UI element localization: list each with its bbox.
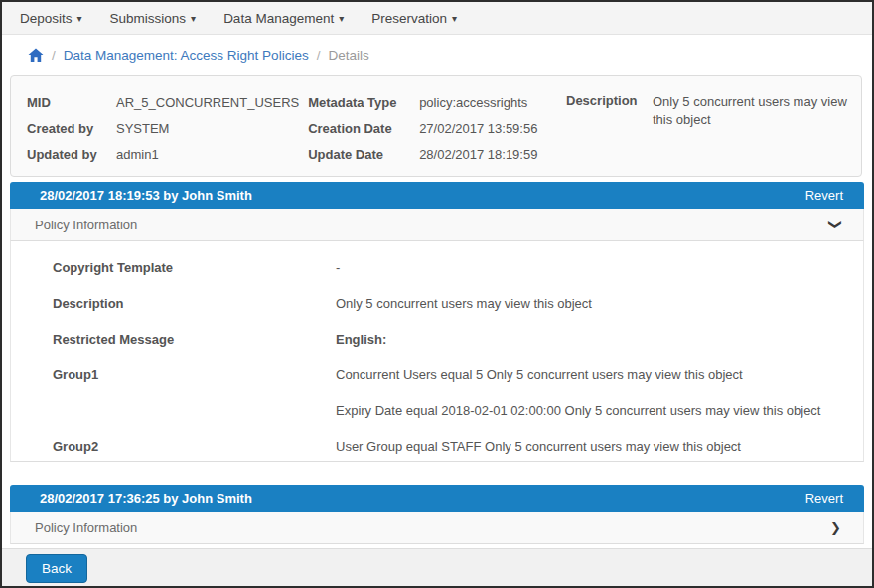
breadcrumb: / Data Management: Access Right Policies… [2,35,872,75]
meta-label: Updated by [27,147,116,162]
policy-label: Restricted Message [53,332,336,347]
policy-value: - [336,260,340,275]
chevron-down-icon [829,220,842,230]
policy-value: Concurrent Users equal 5 Only 5 concurre… [336,368,743,382]
home-icon[interactable] [28,48,44,63]
caret-down-icon [77,13,82,24]
version-title: 28/02/2017 18:19:53 by John Smith [40,188,252,203]
policy-label: Copyright Template [53,260,336,275]
policy-row-copyright-template: Copyright Template - [53,255,863,291]
breadcrumb-separator: / [52,48,56,63]
meta-label: Creation Date [308,121,419,136]
version-section-2: 28/02/2017 17:36:25 by John Smith Revert… [10,485,864,544]
meta-value: policy:accessrights [419,95,527,110]
breadcrumb-separator: / [317,48,321,63]
footer-bar: Back [2,548,872,586]
nav-data-management[interactable]: Data Management [223,11,344,26]
policy-row-group1-expiry: Expiry Date equal 2018-02-01 02:00:00 On… [53,398,863,434]
breadcrumb-link-access-right-policies[interactable]: Data Management: Access Right Policies [64,48,309,63]
metadata-column-2: Metadata Type policy:accessrights Creati… [308,89,566,176]
meta-value: 27/02/2017 13:59:56 [419,121,537,136]
breadcrumb-current: Details [328,48,368,63]
meta-value: admin1 [116,147,159,162]
meta-value: AR_5_CONCURRENT_USERS [116,95,299,110]
policy-information-content: Copyright Template - Description Only 5 … [10,241,864,462]
policy-row-group2: Group2 User Group equal STAFF Only 5 con… [53,434,863,470]
chevron-right-icon [830,521,841,534]
version-header-bar: 28/02/2017 18:19:53 by John Smith Revert [10,182,864,209]
policy-row-restricted-message: Restricted Message English: [53,327,863,363]
metadata-panel: MID AR_5_CONCURRENT_USERS Created by SYS… [10,75,862,177]
meta-row-update-date: Update Date 28/02/2017 18:19:59 [308,141,566,167]
nav-submissions-label: Submissions [110,11,187,26]
meta-row-created-by: Created by SYSTEM [27,115,308,141]
nav-deposits-label: Deposits [20,11,73,26]
top-navbar: Deposits Submissions Data Management Pre… [2,2,872,35]
version-section-1: 28/02/2017 18:19:53 by John Smith Revert… [10,182,864,462]
version-title: 28/02/2017 17:36:25 by John Smith [40,491,252,506]
nav-preservation-label: Preservation [371,11,447,26]
revert-button[interactable]: Revert [805,188,843,203]
policy-label: Group2 [53,439,336,454]
meta-value: 28/02/2017 18:19:59 [419,147,537,162]
policy-label: Group1 [53,368,336,382]
policy-label: Description [53,296,336,311]
meta-value: SYSTEM [116,121,169,136]
meta-row-description: Description Only 5 concurrent users may … [566,89,847,129]
meta-label: Metadata Type [308,95,419,110]
policy-value: User Group equal STAFF Only 5 concurrent… [336,439,741,454]
policy-information-label: Policy Information [35,520,137,535]
meta-label: Update Date [308,147,419,162]
policy-row-group1: Group1 Concurrent Users equal 5 Only 5 c… [53,363,863,398]
meta-row-updated-by: Updated by admin1 [27,141,308,167]
meta-value: Only 5 concurrent users may view this ob… [653,93,847,129]
policy-information-toggle[interactable]: Policy Information [10,209,864,241]
metadata-column-1: MID AR_5_CONCURRENT_USERS Created by SYS… [27,89,308,176]
policy-information-toggle[interactable]: Policy Information [10,512,864,544]
policy-row-description: Description Only 5 concurrent users may … [53,291,863,327]
caret-down-icon [452,13,457,24]
back-button[interactable]: Back [26,554,87,583]
meta-label: Description [566,93,653,108]
page: Deposits Submissions Data Management Pre… [0,0,874,588]
meta-row-creation-date: Creation Date 27/02/2017 13:59:56 [308,115,566,141]
caret-down-icon [339,13,344,24]
version-header-bar: 28/02/2017 17:36:25 by John Smith Revert [10,485,864,512]
nav-data-management-label: Data Management [223,11,334,26]
meta-label: Created by [27,121,116,136]
nav-preservation[interactable]: Preservation [371,11,457,26]
metadata-column-3: Description Only 5 concurrent users may … [566,89,847,176]
policy-information-label: Policy Information [35,218,137,232]
meta-row-metadata-type: Metadata Type policy:accessrights [308,89,566,115]
policy-value: Only 5 concurrent users may view this ob… [336,296,592,311]
nav-deposits[interactable]: Deposits [20,11,82,26]
meta-label: MID [27,95,116,110]
nav-submissions[interactable]: Submissions [110,11,197,26]
caret-down-icon [191,13,196,24]
policy-value: Expiry Date equal 2018-02-01 02:00:00 On… [336,403,820,418]
policy-value: English: [336,332,386,347]
revert-button[interactable]: Revert [805,491,843,506]
meta-row-mid: MID AR_5_CONCURRENT_USERS [27,89,308,115]
